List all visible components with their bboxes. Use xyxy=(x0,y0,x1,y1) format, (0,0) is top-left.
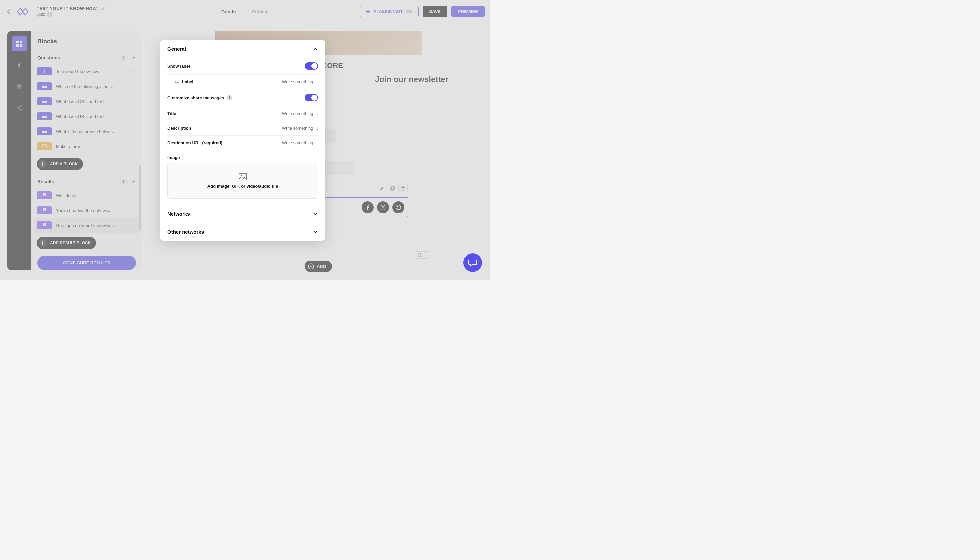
settings-modal: General Show label Label Custo xyxy=(160,40,325,241)
show-label-toggle[interactable] xyxy=(305,62,318,70)
description-label: Description xyxy=(167,126,191,131)
label-field-label: Label xyxy=(182,79,193,84)
chevron-down-icon xyxy=(313,229,318,235)
customize-toggle[interactable] xyxy=(305,94,318,101)
general-label: General xyxy=(167,46,186,52)
networks-section-header[interactable]: Networks xyxy=(160,205,325,223)
customize-label: Customize share messages xyxy=(167,95,224,100)
chevron-up-icon xyxy=(313,46,318,52)
general-section-header[interactable]: General xyxy=(160,40,325,58)
chat-fab[interactable] xyxy=(463,253,482,272)
svg-point-20 xyxy=(241,175,242,176)
other-networks-section-header[interactable]: Other networks xyxy=(160,223,325,241)
chat-icon xyxy=(468,259,477,267)
description-input[interactable] xyxy=(251,126,318,131)
show-label-text: Show label xyxy=(167,64,190,69)
destination-label: Destination URL (required) xyxy=(167,140,222,145)
image-drop-text: Add image, GIF, or video/audio file xyxy=(207,184,278,189)
svg-rect-19 xyxy=(239,173,246,180)
image-label: Image xyxy=(167,150,318,160)
image-dropzone[interactable]: Add image, GIF, or video/audio file xyxy=(167,163,318,199)
title-label: Title xyxy=(167,111,176,116)
chevron-down-icon xyxy=(313,211,318,217)
image-icon xyxy=(239,173,247,180)
networks-label: Networks xyxy=(167,211,190,217)
indent-icon xyxy=(175,80,179,84)
info-icon[interactable]: i xyxy=(227,95,232,100)
other-networks-label: Other networks xyxy=(167,229,204,235)
title-input[interactable] xyxy=(251,111,318,116)
destination-input[interactable] xyxy=(251,140,318,145)
label-input[interactable] xyxy=(251,79,318,84)
